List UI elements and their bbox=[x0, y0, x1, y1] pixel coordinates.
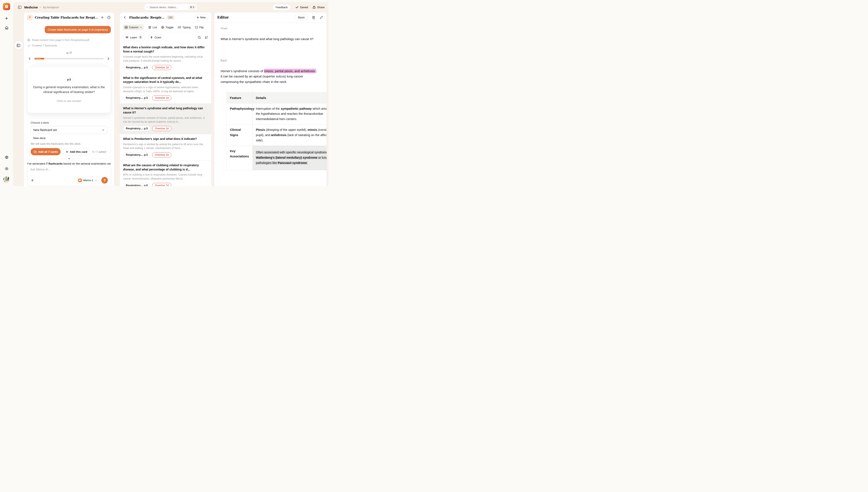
added-count-status: 0 / 7 added bbox=[93, 150, 106, 153]
chat-body: Create table flashcards on page 5 of res… bbox=[24, 23, 114, 186]
add-this-card-button[interactable]: Add this card bbox=[63, 148, 90, 155]
model-icon bbox=[78, 178, 82, 182]
deck-tag-chip[interactable]: Respiratory.... p.5 bbox=[123, 126, 150, 131]
chat-panel-collapse-button[interactable] bbox=[14, 41, 23, 50]
model-selector[interactable]: Memo-1 bbox=[76, 177, 99, 183]
overdue-badge: Overdue 2d bbox=[152, 65, 171, 70]
feedback-button[interactable]: Feedback bbox=[272, 4, 291, 10]
answer-table: Feature Details Pathophysiology Interrup… bbox=[226, 90, 327, 170]
deck-tag-chip[interactable]: Respiratory.... p.5 bbox=[123, 152, 150, 157]
learn-count: 5 bbox=[139, 36, 143, 39]
chat-panel: Creating Table Flashcards for Respirator… bbox=[24, 12, 114, 186]
table-header-row: Feature Details bbox=[226, 92, 327, 103]
arrow-up-icon bbox=[103, 179, 106, 182]
main-surface: Medicine • by techjason ⌘ K Feedback Sav… bbox=[13, 2, 329, 186]
attach-plus-icon[interactable] bbox=[30, 178, 34, 182]
tab-flip[interactable]: Flip bbox=[195, 26, 204, 29]
flashcard-list-item[interactable]: What does a bovine cough indicate, and h… bbox=[120, 43, 211, 73]
editor-title: Editor bbox=[217, 16, 229, 19]
flashcard-list-item[interactable]: What is the significance of central cyan… bbox=[120, 73, 211, 104]
flashcard-question: During a general respiratory examination… bbox=[32, 85, 106, 94]
flashcard-list-item[interactable]: What is Pemberton's sign and what does i… bbox=[120, 134, 211, 161]
share-button[interactable]: Share bbox=[313, 6, 325, 9]
flashcard-list-item[interactable]: What are the causes of clubbing related … bbox=[120, 161, 211, 186]
new-deck-option[interactable]: New deck bbox=[33, 137, 107, 140]
list-header: Flashcards: Respir... 131 New bbox=[120, 13, 211, 23]
chevron-down-icon bbox=[102, 128, 105, 131]
prev-card-button[interactable] bbox=[27, 56, 32, 61]
tab-toggle[interactable]: Toggle bbox=[161, 26, 173, 29]
step-created-cards: Created 7 flashcards bbox=[27, 44, 111, 47]
history-icon[interactable] bbox=[106, 15, 111, 20]
flashcard-stack: p.5 During a general respiratory examina… bbox=[27, 67, 111, 113]
send-button[interactable] bbox=[101, 177, 108, 183]
back-field-label: Back bbox=[221, 59, 320, 62]
settings-button[interactable] bbox=[3, 154, 10, 161]
left-rail bbox=[0, 0, 13, 186]
search-input[interactable] bbox=[150, 6, 187, 9]
deck-tag-chip[interactable]: Respiratory.... p.5 bbox=[123, 95, 150, 100]
deck-tag-chip[interactable]: Respiratory.... p.6 bbox=[123, 183, 150, 186]
overdue-badge: Overdue 2d bbox=[152, 152, 171, 157]
scroll-down-button[interactable] bbox=[66, 156, 72, 162]
search-cards-icon[interactable] bbox=[198, 36, 201, 39]
workspace-title[interactable]: Medicine bbox=[24, 5, 38, 9]
folder-plus-icon bbox=[33, 150, 37, 153]
sort-icon[interactable]: AZ bbox=[204, 35, 208, 39]
search-icon bbox=[147, 6, 148, 9]
front-field-text[interactable]: What is Horner's syndrome and what lung … bbox=[221, 37, 320, 42]
new-button[interactable] bbox=[3, 15, 10, 22]
card-carousel bbox=[27, 56, 111, 61]
chevron-left-icon bbox=[28, 57, 31, 60]
learn-button[interactable]: Learn 5 bbox=[123, 34, 145, 41]
front-field-label: Front bbox=[221, 27, 320, 30]
user-message-bubble: Create table flashcards on page 5 of res… bbox=[45, 26, 111, 33]
flashcard-preview[interactable]: p.5 During a general respiratory examina… bbox=[27, 67, 111, 113]
chevron-down-icon bbox=[95, 179, 97, 182]
new-card-button[interactable]: New bbox=[194, 14, 208, 21]
cram-button[interactable]: Cram bbox=[147, 34, 164, 41]
rail-bottom bbox=[3, 154, 10, 183]
chat-input[interactable] bbox=[30, 168, 108, 171]
deck-chooser-label: Choose a deck bbox=[31, 121, 107, 124]
tab-typing[interactable]: Typing bbox=[178, 26, 190, 29]
delete-card-icon[interactable] bbox=[311, 15, 316, 20]
deck-chooser: Choose a deck New flashcard set New deck… bbox=[27, 118, 111, 159]
toggle-icon bbox=[161, 26, 164, 29]
deck-tag-chip[interactable]: Respiratory.... p.5 bbox=[123, 65, 150, 70]
chat-title: Creating Table Flashcards for Respirator… bbox=[35, 16, 98, 19]
deck-note: We will save the flashcards into this de… bbox=[31, 142, 107, 145]
global-search[interactable]: ⌘ K bbox=[144, 4, 197, 10]
add-all-cards-button[interactable]: Add all 7 cards bbox=[31, 148, 61, 155]
app-logo-icon[interactable] bbox=[3, 3, 10, 10]
theme-toggle-icon[interactable] bbox=[3, 165, 10, 172]
layers-icon bbox=[148, 26, 151, 29]
tab-column[interactable]: Column bbox=[123, 24, 144, 30]
next-card-button[interactable] bbox=[106, 56, 111, 61]
flashcard-list-item-selected[interactable]: What is Horner's syndrome and what lung … bbox=[120, 104, 211, 134]
card-type-button[interactable]: Basic bbox=[295, 14, 308, 21]
back-arrow-icon[interactable] bbox=[123, 15, 127, 20]
plus-icon bbox=[196, 16, 199, 19]
editor-header: Editor Basic bbox=[214, 13, 327, 23]
step-read-content: Read content from page 5 from Respirator… bbox=[27, 39, 111, 42]
new-chat-icon[interactable] bbox=[100, 15, 104, 20]
overdue-badge: Overdue 2d bbox=[152, 183, 171, 186]
chat-header: Creating Table Flashcards for Respirator… bbox=[24, 13, 114, 23]
check-icon bbox=[295, 6, 298, 9]
carousel-progress-track[interactable] bbox=[34, 58, 104, 59]
svg-text:A: A bbox=[207, 36, 208, 38]
user-avatar[interactable] bbox=[3, 176, 10, 183]
saved-status: Saved bbox=[295, 6, 308, 9]
collapse-panel-icon[interactable] bbox=[319, 15, 323, 20]
table-row-selected: Key Associations Often associated with s… bbox=[226, 146, 327, 170]
home-button[interactable] bbox=[3, 24, 10, 31]
page-chip: p.5 bbox=[65, 77, 73, 82]
sidebar-toggle-icon[interactable] bbox=[17, 5, 22, 10]
editor-panel: Editor Basic Front What is Horner's synd… bbox=[214, 12, 327, 186]
carousel-progress-fill bbox=[34, 58, 44, 59]
back-field-text[interactable]: Horner's syndrome consists of miosis, pa… bbox=[221, 68, 318, 84]
deck-select[interactable]: New flashcard set bbox=[31, 126, 107, 134]
editor-body: Front What is Horner's syndrome and what… bbox=[214, 23, 327, 186]
tab-list[interactable]: List bbox=[148, 26, 157, 29]
